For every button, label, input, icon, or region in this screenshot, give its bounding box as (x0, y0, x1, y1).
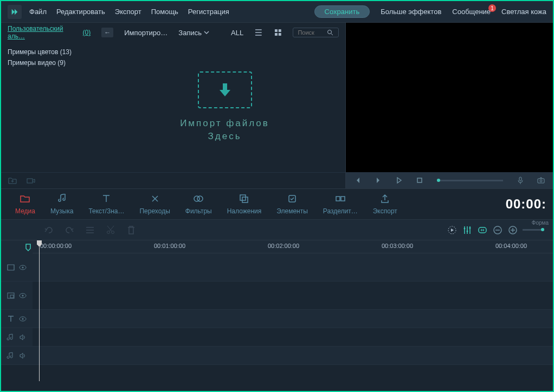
eye-icon[interactable] (18, 291, 27, 300)
tab-filters[interactable]: Фильтры (178, 193, 220, 215)
music-icon (57, 194, 66, 204)
preview-controls (346, 172, 553, 188)
more-effects-link[interactable]: Больше эффектов (381, 8, 441, 16)
next-frame-button[interactable] (371, 173, 386, 188)
save-button[interactable]: Сохранить (314, 5, 370, 18)
import-dropzone[interactable]: Импорт файлов Здесь (104, 42, 345, 172)
timeline-toolbar (1, 220, 553, 240)
tab-music-label: Музыка (50, 207, 73, 215)
menu-export[interactable]: Экспорт (115, 8, 141, 16)
svg-rect-7 (519, 177, 521, 181)
tab-split-label: Разделит… (323, 207, 358, 215)
redo-button[interactable] (64, 225, 75, 236)
mixer-button[interactable] (462, 225, 473, 236)
svg-point-32 (22, 295, 24, 296)
track-body[interactable] (33, 282, 553, 309)
speaker-icon[interactable] (18, 333, 27, 342)
tab-split[interactable]: Разделит… (315, 193, 365, 215)
sidebar-item-colors[interactable]: Примеры цветов (13) (8, 47, 98, 57)
tab-transitions[interactable]: Переходы (132, 193, 177, 215)
audio-track-1 (1, 328, 553, 347)
tab-music[interactable]: Музыка (43, 193, 81, 215)
speaker-icon[interactable] (18, 351, 27, 360)
record-label: Запись (178, 29, 202, 37)
svg-rect-30 (10, 295, 14, 298)
audio-track-icon (7, 333, 15, 342)
track-body[interactable] (33, 253, 553, 281)
menu-help[interactable]: Помощь (151, 8, 178, 16)
pip-track (1, 282, 553, 310)
preview-video (346, 23, 553, 172)
app-logo (8, 5, 22, 19)
text-icon (101, 194, 111, 204)
download-arrow-icon (215, 80, 235, 100)
svg-point-28 (22, 266, 24, 268)
list-view-icon[interactable] (254, 28, 263, 37)
sidebar-item-videos[interactable]: Примеры видео (9) (8, 57, 98, 68)
marker-icon[interactable] (25, 244, 31, 251)
eye-icon[interactable] (18, 315, 27, 323)
search-input[interactable] (298, 29, 327, 36)
track-header (1, 315, 33, 323)
tab-text-label: Текст/Зна… (88, 207, 124, 215)
timecode-display: 00:00: (506, 197, 546, 212)
text-track-icon (7, 315, 15, 323)
grid-view-icon[interactable] (274, 28, 282, 37)
cut-button[interactable] (105, 225, 116, 236)
fit-button[interactable] (477, 225, 488, 236)
playhead[interactable] (39, 240, 40, 381)
text-track (1, 310, 553, 328)
light-skin-link[interactable]: Светлая кожа (501, 8, 546, 16)
album-selector[interactable]: Пользовательский аль… (0) (8, 25, 91, 40)
record-link[interactable]: Запись (178, 29, 209, 37)
menu-edit[interactable]: Редактировать (56, 8, 105, 16)
svg-point-21 (467, 230, 468, 232)
ruler-t2: 00:02:00:00 (268, 243, 299, 249)
edit-button[interactable] (85, 225, 95, 236)
tab-export[interactable]: Экспорт (365, 193, 405, 215)
back-arrow-button[interactable]: ← (101, 28, 113, 37)
video-track-1 (1, 253, 553, 282)
track-body[interactable] (33, 310, 553, 328)
render-button[interactable] (447, 225, 458, 236)
menu-register[interactable]: Регистрация (188, 8, 229, 16)
svg-rect-6 (417, 178, 422, 182)
media-footer (1, 172, 345, 188)
import-link[interactable]: Импортиро… (124, 29, 168, 37)
zoom-slider[interactable] (523, 229, 544, 231)
zoom-out-button[interactable] (492, 225, 503, 236)
delete-button[interactable] (126, 225, 137, 236)
tab-media[interactable]: Медиа (8, 193, 43, 215)
zoom-in-button[interactable] (507, 225, 518, 236)
filter-all: ALL (231, 29, 243, 37)
tabs-bar: Медиа Музыка Текст/Зна… Переходы Фильтры… (1, 188, 553, 220)
track-body[interactable] (33, 347, 553, 364)
tab-text[interactable]: Текст/Зна… (81, 193, 132, 215)
prev-frame-button[interactable] (350, 173, 365, 188)
drop-text: Импорт файлов Здесь (180, 117, 269, 143)
message-link[interactable]: Сообщение 1 (452, 8, 491, 16)
overlays-icon (239, 194, 249, 204)
search-icon[interactable] (327, 29, 333, 36)
camera-icon[interactable] (26, 176, 36, 186)
tab-overlays[interactable]: Наложения (220, 193, 269, 215)
timeline-ruler[interactable]: 00:00:00:00 00:01:00:00 00:02:00:00 00:0… (33, 240, 553, 253)
svg-rect-3 (279, 33, 281, 36)
new-folder-icon[interactable] (8, 176, 17, 186)
play-button[interactable] (391, 173, 407, 188)
menu-file[interactable]: Файл (29, 8, 47, 16)
snapshot-button[interactable] (533, 173, 549, 188)
eye-icon[interactable] (18, 263, 27, 272)
stop-button[interactable] (412, 173, 427, 188)
track-body[interactable] (33, 328, 553, 346)
svg-point-18 (112, 231, 114, 233)
tab-elements[interactable]: Элементы (269, 193, 315, 215)
media-topbar: Пользовательский аль… (0) ← Импортиро… З… (1, 23, 345, 42)
svg-rect-15 (336, 197, 340, 201)
track-header (1, 263, 33, 272)
undo-button[interactable] (43, 225, 54, 236)
svg-rect-0 (275, 29, 278, 32)
mic-button[interactable] (513, 173, 528, 188)
split-icon (335, 195, 346, 202)
volume-slider[interactable] (437, 180, 503, 181)
